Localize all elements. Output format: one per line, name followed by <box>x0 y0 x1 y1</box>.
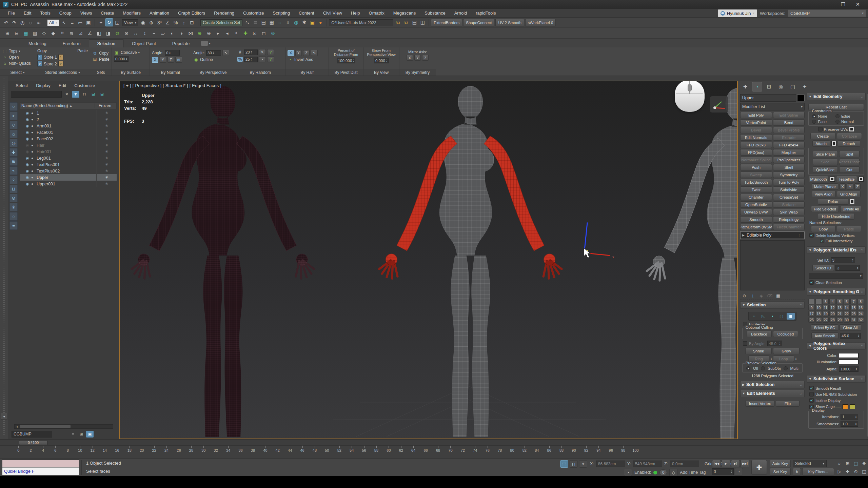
layer-manager-icon[interactable]: ▤ <box>259 18 268 26</box>
set-keys-button[interactable]: ✚ <box>751 460 767 475</box>
modifier-button[interactable]: Bevel Profile <box>773 127 805 133</box>
smoothing-group-button[interactable]: 10 <box>815 305 822 310</box>
material-editor-icon[interactable]: ◍ <box>292 18 300 26</box>
explorer-menu-item[interactable]: Display <box>33 82 54 89</box>
selection-lock-icon[interactable]: ⊓ <box>570 460 578 468</box>
detach-button[interactable]: Detach <box>838 140 860 147</box>
display-hidden-icon[interactable]: ◌ <box>9 212 18 221</box>
constraint-edge-radio[interactable]: ● <box>835 114 840 118</box>
set-id-field[interactable]: 3▴▾ <box>831 257 855 263</box>
flip-button[interactable]: Flip <box>776 400 800 407</box>
modifier-button[interactable]: Sweep <box>740 171 772 178</box>
modifier-button[interactable]: Normalize Spline <box>740 157 772 163</box>
constraint-normal-radio[interactable]: ● <box>835 120 840 124</box>
menu-item[interactable]: Customize <box>239 9 268 17</box>
modifier-button[interactable]: Edit Poly <box>740 112 772 118</box>
add-icon[interactable]: ⊕ <box>196 29 204 37</box>
split-button[interactable]: Split <box>839 151 860 157</box>
create-tab-icon[interactable]: ✚ <box>740 82 750 92</box>
preserve-uvs-settings-button[interactable] <box>849 127 854 132</box>
rollout-vertex-colors[interactable]: ▼ Polygon: Vertex Colors ⁙ <box>807 342 866 350</box>
visibility-eye-icon[interactable]: ◉ <box>26 111 31 115</box>
modifier-stack-list[interactable] <box>740 240 805 290</box>
vertex-subobject-icon[interactable]: ⁙ <box>750 313 758 320</box>
maxscript-mini-listener[interactable]: Quixel Bridge F <box>2 460 79 475</box>
override-count-chip[interactable]: 0 <box>659 469 667 475</box>
frozen-icon[interactable]: ✳ <box>96 161 117 168</box>
viewport-label[interactable]: [ + ] [ Perspective ] [ Standard* ] [ Ed… <box>123 83 221 88</box>
frozen-icon[interactable]: ✳ <box>96 142 117 148</box>
visibility-eye-icon[interactable]: ◉ <box>26 137 31 141</box>
modifier-button[interactable]: Surface <box>773 201 805 208</box>
workspace-dropdown[interactable]: CGBUMP ▾ <box>788 9 866 17</box>
smoothing-group-button[interactable]: 23 <box>850 311 857 317</box>
key-filters-button[interactable]: Key Filters... <box>802 468 834 475</box>
ribbon-tab[interactable]: Freeform <box>55 40 89 47</box>
random-percent-field[interactable]: 25▴▾ <box>244 57 258 62</box>
smoothing-group-button[interactable]: 26 <box>815 317 822 323</box>
modifier-button[interactable]: OpenSubdiv <box>740 201 772 208</box>
grid-tool-icon[interactable]: ⌗ <box>58 29 66 37</box>
modifier-button[interactable]: Chamfer <box>740 194 772 200</box>
modifier-button[interactable]: Unwrap UVW <box>740 209 772 215</box>
smoothing-group-button[interactable]: 19 <box>823 311 829 317</box>
pin-stack-icon[interactable]: ⊙ <box>741 292 748 299</box>
grow-button[interactable]: Grow <box>773 348 800 354</box>
frozen-icon[interactable]: ✳ <box>96 116 117 123</box>
menu-item[interactable]: Megascans <box>389 9 420 17</box>
tessellate-button[interactable]: Tessellate <box>836 176 857 182</box>
view-align-button[interactable]: View Align <box>812 191 835 197</box>
set-key-button[interactable]: Set Key <box>770 468 791 475</box>
delete-isolated-checkbox[interactable]: ✔ <box>809 233 814 238</box>
modifier-button[interactable]: Extrude <box>773 134 805 141</box>
visibility-eye-icon[interactable]: ◉ <box>26 169 31 173</box>
smooth-result-checkbox[interactable]: ✔ <box>809 386 814 390</box>
maximize-viewport-icon[interactable]: ◱ <box>860 468 868 475</box>
close-button[interactable]: ✕ <box>855 1 860 7</box>
modifier-button[interactable]: VertexPaint <box>740 119 772 126</box>
cut-button[interactable]: Cut <box>839 166 860 173</box>
frozen-icon[interactable]: ✳ <box>96 110 117 116</box>
select-link-icon[interactable]: ◎ <box>18 19 26 27</box>
half-y-button[interactable]: Y <box>295 50 302 56</box>
frozen-icon[interactable]: ✳ <box>96 123 117 129</box>
explorer-column-header[interactable]: Name (Sorted Ascending) ▲ Frozen <box>20 102 117 109</box>
select-id-button[interactable]: Select ID <box>812 265 834 271</box>
smoothing-group-button[interactable]: 20 <box>829 311 836 317</box>
visibility-eye-icon[interactable]: ◉ <box>26 124 31 128</box>
plus-tool-icon[interactable]: ✚ <box>241 29 250 37</box>
half-moon-a-icon[interactable]: ◐ <box>168 29 176 37</box>
msmooth-button[interactable]: MSmooth <box>809 176 828 182</box>
spinner-snap-icon[interactable]: ↕ <box>180 19 188 27</box>
smoothing-group-button[interactable]: 6 <box>844 299 850 304</box>
burst-icon[interactable]: ⊛ <box>122 29 131 37</box>
normal-x-button[interactable]: X <box>152 57 158 63</box>
modifier-button[interactable]: FFD 4x4x4 <box>773 142 805 148</box>
window-crossing-icon[interactable]: ▣ <box>84 19 93 27</box>
orbit-icon[interactable]: ⊙ <box>852 468 860 475</box>
named-paste-button[interactable]: Paste <box>837 226 861 232</box>
display-geometry-icon[interactable]: ◐ <box>9 111 18 120</box>
menu-item[interactable]: Modifiers <box>118 9 145 17</box>
list-item[interactable]: ◉ ● Hair001 ✳ <box>20 148 117 155</box>
alpha-field[interactable]: 100.0▴▾ <box>839 366 859 372</box>
visibility-eye-icon[interactable]: ◉ <box>26 156 31 160</box>
panel-collapse-button[interactable]: ◂ <box>1 413 7 420</box>
time-slider-track[interactable]: 0 / 100 <box>0 439 868 445</box>
list-item[interactable]: ◉ ● Hair ✳ <box>20 142 117 148</box>
plane-icon[interactable]: ▱ <box>159 29 167 37</box>
hide-selected-button[interactable]: Hide Selected <box>811 206 839 212</box>
mirror-x-button[interactable]: X <box>407 55 413 61</box>
preview-multi-radio[interactable]: ● <box>784 366 788 370</box>
angle-tool-icon[interactable]: ∠ <box>86 29 94 37</box>
rendered-frame-icon[interactable]: ▣ <box>308 18 316 26</box>
sync-selection-icon[interactable]: ▣ <box>86 431 94 438</box>
display-lights-icon[interactable]: ☼ <box>9 130 18 138</box>
planar-x-button[interactable]: X <box>840 183 846 190</box>
smoothing-group-button[interactable]: 28 <box>829 317 836 323</box>
display-particles-icon[interactable]: ⁘ <box>9 176 18 184</box>
zoom-all-icon[interactable]: ⊞ <box>844 460 851 467</box>
sub-icon[interactable]: ⊖ <box>205 29 213 37</box>
clear-selection-checkbox[interactable]: ✔ <box>809 280 814 285</box>
perspective-viewport[interactable]: x [ + ] [ Perspective ] [ Standard* ] [ … <box>119 81 738 439</box>
